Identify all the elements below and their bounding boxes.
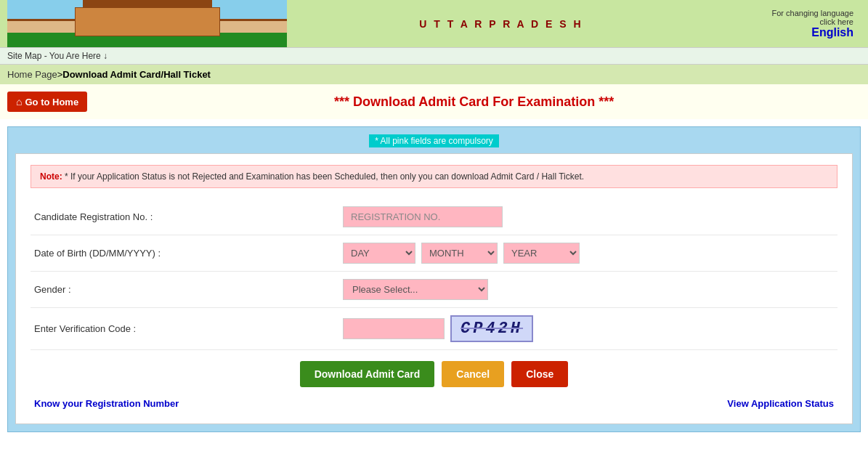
reg-field — [343, 206, 503, 227]
dob-row: Date of Birth (DD/MM/YYYY) : DAY 12345 6… — [31, 235, 837, 272]
go-home-button[interactable]: Go to Home — [7, 92, 87, 112]
captcha-label: Enter Verification Code : — [31, 323, 343, 334]
breadcrumb-home[interactable]: Home Page — [7, 69, 57, 80]
view-application-status-link[interactable]: View Application Status — [727, 398, 834, 409]
language-section: For changing language click here English — [715, 9, 861, 39]
state-name-text: U T T A R P R A D E S H — [419, 18, 583, 30]
language-link[interactable]: English — [715, 26, 853, 39]
captcha-image: CP42H — [450, 315, 533, 342]
lang-change-text2: click here — [820, 17, 853, 26]
breadcrumb: Home Page>Download Admit Card/Hall Ticke… — [0, 65, 868, 84]
download-admit-card-button[interactable]: Download Admit Card — [300, 361, 435, 387]
sitemap-bar: Site Map - You Are Here ↓ — [0, 47, 868, 65]
page-title: *** Download Admit Card For Examination … — [87, 94, 861, 110]
note-box: Note: * If your Application Status is no… — [31, 165, 837, 188]
note-label: Note: — [40, 171, 62, 182]
gender-label: Gender : — [31, 284, 343, 295]
footer-links: Know your Registration Number View Appli… — [31, 391, 837, 413]
captcha-field: CP42H — [343, 315, 533, 342]
form-container: * All pink fields are compulsory Note: *… — [7, 126, 861, 432]
page-title-bar: Go to Home *** Download Admit Card For E… — [0, 84, 868, 119]
dob-field: DAY 12345 678910 1112131415 1617181920 2… — [343, 243, 580, 264]
gender-field: Please Select... Male Female Other — [343, 279, 488, 300]
know-registration-link[interactable]: Know your Registration Number — [34, 398, 179, 409]
lang-change-text1: For changing language — [771, 9, 853, 17]
state-name: U T T A R P R A D E S H — [287, 18, 715, 30]
compulsory-badge: * All pink fields are compulsory — [369, 134, 499, 147]
change-lang-label: For changing language click here — [715, 9, 853, 26]
header: U T T A R P R A D E S H For changing lan… — [0, 0, 868, 47]
registration-input[interactable] — [343, 206, 503, 227]
logo — [7, 0, 287, 47]
close-button[interactable]: Close — [511, 361, 568, 387]
dob-year-select[interactable]: YEAR 19801981198219831984 19851986198719… — [503, 243, 580, 264]
gender-row: Gender : Please Select... Male Female Ot… — [31, 272, 837, 308]
reg-label: Candidate Registration No. : — [31, 211, 343, 222]
dob-label: Date of Birth (DD/MM/YYYY) : — [31, 248, 343, 259]
captcha-input[interactable] — [343, 318, 445, 339]
dob-month-select[interactable]: MONTH JanuaryFebruaryMarchApril MayJuneJ… — [421, 243, 498, 264]
breadcrumb-current: Download Admit Card/Hall Ticket — [62, 69, 211, 80]
gender-select[interactable]: Please Select... Male Female Other — [343, 279, 488, 300]
registration-row: Candidate Registration No. : — [31, 199, 837, 235]
buttons-row: Download Admit Card Cancel Close — [31, 350, 837, 391]
cancel-button[interactable]: Cancel — [442, 361, 504, 387]
compulsory-note: * All pink fields are compulsory — [15, 134, 853, 147]
note-text: * If your Application Status is not Reje… — [65, 171, 584, 182]
sitemap-text: Site Map - You Are Here ↓ — [7, 51, 108, 61]
captcha-row: Enter Verification Code : CP42H — [31, 308, 837, 350]
dob-day-select[interactable]: DAY 12345 678910 1112131415 1617181920 2… — [343, 243, 415, 264]
form-inner: Note: * If your Application Status is no… — [15, 153, 853, 424]
